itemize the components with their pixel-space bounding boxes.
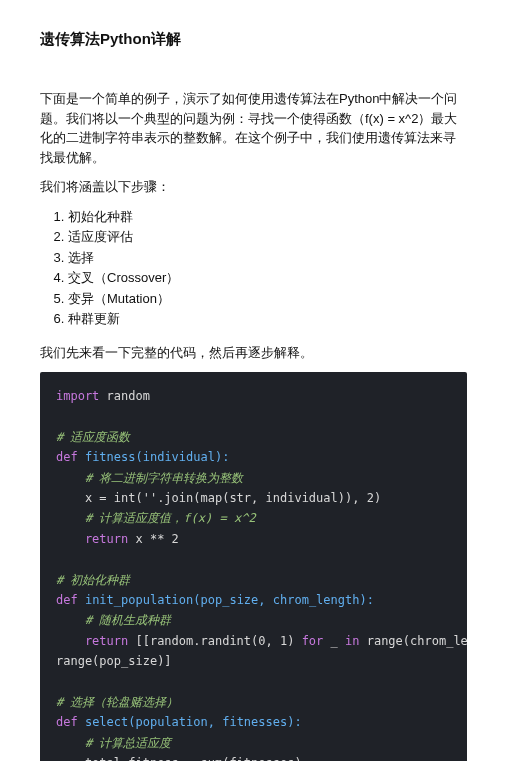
code-comment: # 将二进制字符串转换为整数 [85,471,243,485]
code-text: x = int(''.join(map(str, individual)), 2… [56,491,381,505]
code-keyword: import [56,389,99,403]
list-item: 种群更新 [68,309,467,329]
code-text: total_fitness = sum(fitnesses) [56,756,302,761]
steps-list: 初始化种群 适应度评估 选择 交叉（Crossover） 变异（Mutation… [40,207,467,329]
steps-intro: 我们将涵盖以下步骤： [40,177,467,197]
code-keyword: def [56,715,78,729]
code-text: x ** 2 [128,532,179,546]
code-text: [[random.randint(0, 1) [128,634,301,648]
code-comment: # 随机生成种群 [85,613,171,627]
pre-code-paragraph: 我们先来看一下完整的代码，然后再逐步解释。 [40,343,467,363]
code-text: init_population(pop_size, chrom_length): [78,593,374,607]
list-item: 适应度评估 [68,227,467,247]
code-keyword: return [56,634,128,648]
code-text: fitness(individual): [78,450,230,464]
code-comment: # 计算总适应度 [85,736,171,750]
code-comment: # 选择（轮盘赌选择） [56,695,178,709]
code-text: range(chrom_length)] [359,634,467,648]
list-item: 变异（Mutation） [68,289,467,309]
code-block: import random # 适应度函数 def fitness(indivi… [40,372,467,761]
code-keyword: in [345,634,359,648]
list-item: 选择 [68,248,467,268]
code-comment: # 计算适应度值，f(x) = x^2 [85,511,256,525]
code-text: range(pop_size)] [56,654,172,668]
code-comment: # 适应度函数 [56,430,130,444]
code-comment: # 初始化种群 [56,573,130,587]
list-item: 交叉（Crossover） [68,268,467,288]
code-text: select(population, fitnesses): [78,715,302,729]
code-keyword: def [56,593,78,607]
page-title: 遗传算法Python详解 [40,30,467,49]
code-keyword: return [56,532,128,546]
code-keyword: def [56,450,78,464]
code-text: random [99,389,150,403]
code-text: _ [323,634,345,648]
code-keyword: for [302,634,324,648]
list-item: 初始化种群 [68,207,467,227]
intro-paragraph: 下面是一个简单的例子，演示了如何使用遗传算法在Python中解决一个问题。我们将… [40,89,467,167]
